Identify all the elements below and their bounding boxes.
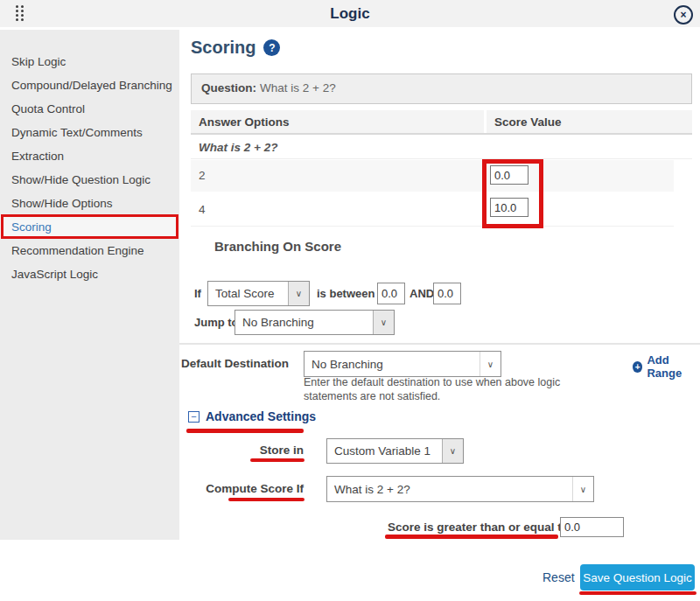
default-destination-helper-text: Enter the default destination to use whe… [304,375,562,403]
annotation-underline-score-threshold [385,535,558,539]
sidebar-item-show-hide-question-logic[interactable]: Show/Hide Question Logic [0,168,179,192]
add-range-label: Add Range [647,353,700,380]
dialog-title: Logic [0,0,700,27]
store-in-label: Store in [179,444,304,457]
jump-to-select[interactable]: No Branching ∨ [234,310,395,335]
close-icon[interactable]: × [674,5,693,24]
dialog-header: Logic × [0,0,700,27]
question-text: What is 2 + 2? [260,81,336,94]
score-max-input[interactable] [433,283,461,304]
branching-heading: Branching On Score [214,239,341,254]
compute-score-if-label: Compute Score If [179,482,304,495]
collapse-icon: − [188,411,200,423]
default-destination-select[interactable]: No Branching ∨ [304,351,501,377]
annotation-underline-compute-score-if [228,498,304,501]
add-range-link[interactable]: + Add Range [633,353,700,380]
sidebar-item-extraction[interactable]: Extraction [0,144,179,168]
annotation-underline-save-button [579,591,696,595]
table-row: 4 [191,193,674,227]
score-value-input[interactable] [490,165,528,185]
sidebar-item-scoring[interactable]: Scoring [0,215,179,239]
score-min-input[interactable] [377,283,405,304]
is-between-label: is between [317,287,374,300]
chevron-down-icon: ∨ [480,352,500,376]
score-value-input[interactable] [490,198,528,217]
question-box: Question:What is 2 + 2? [191,73,692,104]
score-threshold-label: Score is greater than or equal to [388,521,569,534]
save-question-logic-button[interactable]: Save Question Logic [580,564,695,591]
sidebar-item-quota-control[interactable]: Quota Control [0,97,179,121]
sidebar-item-show-hide-options[interactable]: Show/Hide Options [0,192,179,215]
help-icon[interactable]: ? [263,39,280,56]
total-score-select[interactable]: Total Score ∨ [207,281,310,306]
question-label: Question: [201,81,256,94]
reset-link[interactable]: Reset [542,570,575,584]
column-header-score-value: Score Value [486,110,692,133]
plus-circle-icon: + [633,361,642,373]
sidebar-item-javascript-logic[interactable]: JavaScript Logic [0,262,179,286]
sidebar-item-compound-delayed-branching[interactable]: Compound/Delayed Branching [0,73,179,97]
question-group-label: What is 2 + 2? [191,136,692,159]
logic-dialog: Logic × Skip Logic Compound/Delayed Bran… [0,0,700,601]
divider [179,343,700,345]
default-destination-label: Default Destination [179,357,289,370]
chevron-down-icon: ∨ [288,282,309,305]
advanced-settings-label: Advanced Settings [206,409,316,423]
sidebar-item-recommendation-engine[interactable]: Recommendation Engine [0,239,179,262]
annotation-underline-store-in [250,458,304,462]
compute-score-if-select[interactable]: What is 2 + 2? ∨ [326,476,594,502]
and-label: AND [410,287,434,300]
chevron-down-icon: ∨ [373,311,394,334]
advanced-settings-toggle[interactable]: − Advanced Settings [188,409,316,423]
store-in-select[interactable]: Custom Variable 1 ∨ [326,438,464,464]
chevron-down-icon: ∨ [572,477,593,501]
sidebar-item-skip-logic[interactable]: Skip Logic [0,50,179,73]
column-header-answer-options: Answer Options [191,110,484,133]
page-title-text: Scoring [191,38,256,58]
chevron-down-icon: ∨ [442,439,463,463]
answer-option-label: 4 [191,193,674,227]
sidebar-item-dynamic-text-comments[interactable]: Dynamic Text/Comments [0,121,179,144]
if-label: If [194,287,201,300]
logic-sidebar: Skip Logic Compound/Delayed Branching Qu… [0,30,179,540]
table-header: Answer Options Score Value [191,110,692,135]
page-title: Scoring ? [191,38,280,58]
table-row: 2 [191,160,674,192]
score-threshold-input[interactable] [560,517,624,537]
jump-to-label: Jump to [194,316,239,329]
annotation-underline-advanced-settings [186,429,304,433]
answer-option-label: 2 [191,160,674,192]
